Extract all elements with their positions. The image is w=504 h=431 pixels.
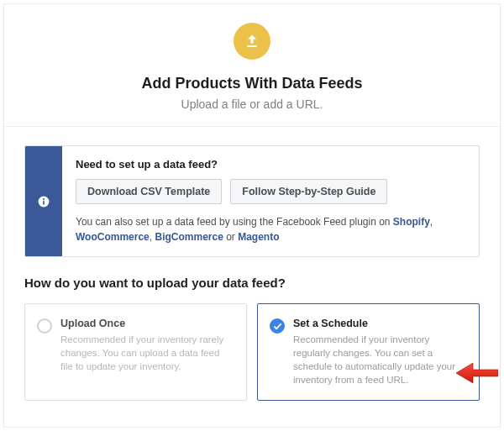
tip-help-prefix: You can also set up a data feed by using… [76, 216, 393, 228]
page-title: Add Products With Data Feeds [21, 75, 483, 92]
add-products-panel: Add Products With Data Feeds Upload a fi… [3, 3, 501, 428]
header-section: Add Products With Data Feeds Upload a fi… [4, 4, 500, 127]
upload-icon [234, 23, 270, 60]
upload-question: How do you want to upload your data feed… [24, 276, 480, 290]
svg-point-2 [43, 198, 45, 200]
follow-guide-button[interactable]: Follow Step-by-Step Guide [230, 179, 387, 204]
option-desc: Recommended if your inventory rarely cha… [60, 333, 234, 373]
option-title: Set a Schedule [293, 318, 467, 329]
tip-title: Need to set up a data feed? [76, 158, 465, 171]
upload-options: Upload Once Recommended if your inventor… [24, 303, 480, 401]
annotation-arrow-icon [454, 361, 498, 385]
tip-help-text: You can also set up a data feed by using… [76, 214, 465, 244]
tip-box: Need to set up a data feed? Download CSV… [24, 145, 480, 257]
link-shopify[interactable]: Shopify [393, 216, 430, 228]
content-section: Need to set up a data feed? Download CSV… [4, 127, 500, 401]
radio-upload-once[interactable] [37, 318, 52, 334]
link-woocommerce[interactable]: WooCommerce [76, 231, 150, 243]
page-subtitle: Upload a file or add a URL. [21, 97, 483, 111]
tip-body: Need to set up a data feed? Download CSV… [62, 146, 479, 256]
option-desc: Recommended if your inventory regularly … [293, 333, 467, 386]
check-icon [273, 322, 282, 331]
link-magento[interactable]: Magento [238, 231, 279, 243]
option-title: Upload Once [60, 318, 234, 329]
option-text: Upload Once Recommended if your inventor… [60, 318, 234, 386]
info-icon [38, 196, 50, 208]
radio-set-schedule[interactable] [270, 318, 285, 334]
option-set-schedule[interactable]: Set a Schedule Recommended if your inven… [257, 303, 480, 401]
svg-rect-0 [247, 45, 257, 47]
tip-button-row: Download CSV Template Follow Step-by-Ste… [76, 179, 465, 204]
link-bigcommerce[interactable]: BigCommerce [155, 231, 223, 243]
option-text: Set a Schedule Recommended if your inven… [293, 318, 467, 386]
option-upload-once[interactable]: Upload Once Recommended if your inventor… [24, 303, 247, 401]
download-csv-button[interactable]: Download CSV Template [76, 179, 222, 204]
tip-accent-strip [25, 146, 62, 256]
svg-rect-3 [43, 200, 45, 204]
